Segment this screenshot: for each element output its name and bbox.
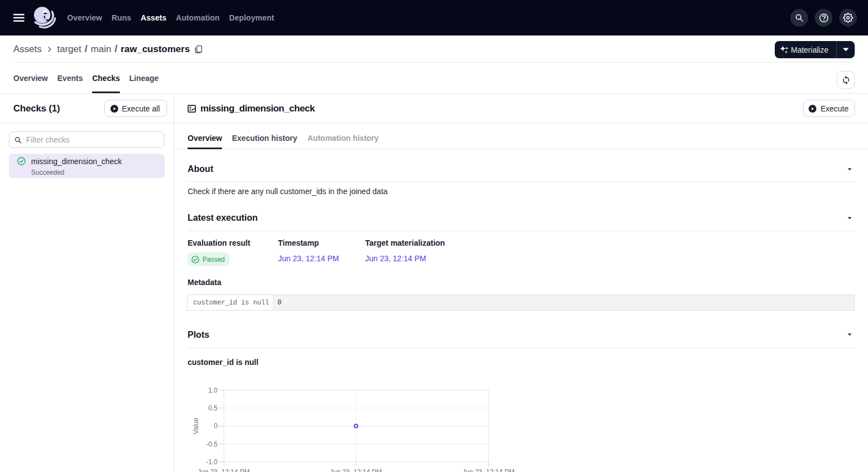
svg-text:1.0: 1.0: [208, 387, 218, 394]
svg-text:Jun 23, 12:14 PM: Jun 23, 12:14 PM: [462, 468, 514, 472]
svg-text:-0.5: -0.5: [206, 440, 218, 448]
svg-text:Value: Value: [192, 418, 200, 434]
svg-text:Jun 23, 12:14 PM: Jun 23, 12:14 PM: [198, 468, 250, 472]
svg-text:0: 0: [214, 422, 218, 430]
svg-text:-1.0: -1.0: [206, 458, 218, 466]
svg-text:0.5: 0.5: [208, 404, 218, 412]
svg-text:Jun 23, 12:14 PM: Jun 23, 12:14 PM: [330, 468, 382, 472]
